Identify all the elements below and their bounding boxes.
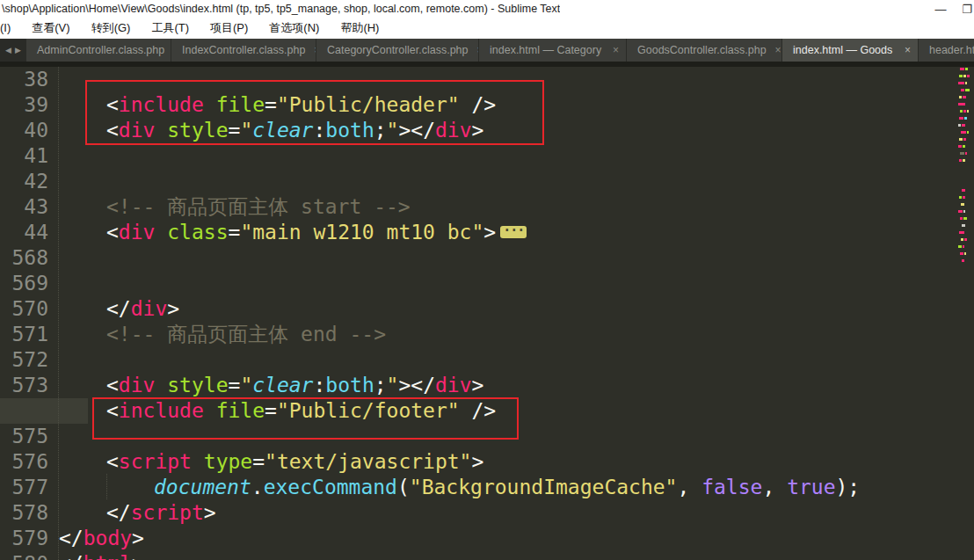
tab-scroll-right-icon[interactable]: ▶ bbox=[15, 46, 21, 55]
menu-item-3[interactable]: 工具(T) bbox=[141, 20, 200, 36]
menu-item-2[interactable]: 转到(G) bbox=[81, 20, 142, 36]
code-line-43: 43<!-- 商品页面主体 start --> bbox=[0, 194, 974, 220]
line-number: 40 bbox=[0, 118, 48, 143]
code-fold-marker[interactable]: ··· bbox=[500, 226, 527, 238]
tab-indexcontroller-class-php[interactable]: IndexController.class.php× bbox=[171, 39, 316, 62]
minimap-row bbox=[959, 75, 970, 77]
code-text: </div> bbox=[48, 296, 179, 322]
tab-admincontroller-class-php[interactable]: AdminController.class.php× bbox=[26, 39, 171, 62]
minimap-row bbox=[959, 117, 967, 120]
minimap-row bbox=[962, 189, 965, 192]
code-line-572: 572 bbox=[0, 347, 974, 373]
line-number: 570 bbox=[0, 296, 48, 322]
code-line-38: 38 bbox=[0, 67, 974, 92]
line-number: 42 bbox=[0, 169, 48, 194]
tab-label: AdminController.class.php bbox=[37, 44, 164, 56]
code-line-44: 44<div class="main w1210 mt10 bc">··· bbox=[0, 220, 974, 245]
minimap-row bbox=[960, 68, 968, 70]
tab-label: header.ht bbox=[929, 44, 974, 56]
tab-categorycontroller-class-php[interactable]: CategoryController.class.php× bbox=[316, 39, 479, 62]
code-text: document.execCommand("BackgroundImageCac… bbox=[48, 475, 860, 500]
code-line-570: 570</div> bbox=[0, 296, 974, 322]
menu-item-4[interactable]: 项目(P) bbox=[200, 20, 258, 36]
tab-header-ht[interactable]: header.ht bbox=[919, 39, 974, 62]
close-icon[interactable]: × bbox=[905, 44, 911, 56]
line-number: 38 bbox=[0, 67, 48, 92]
minimap-row bbox=[959, 138, 966, 141]
line-number: 41 bbox=[0, 143, 48, 169]
close-icon[interactable]: × bbox=[775, 44, 781, 56]
tab-label: GoodsController.class.php bbox=[637, 44, 767, 56]
minimap-row bbox=[960, 252, 966, 255]
code-line-39: 39<include file="Public/header" /> bbox=[0, 92, 974, 118]
minimap-row bbox=[961, 238, 967, 241]
code-text: <include file="Public/header" /> bbox=[48, 92, 496, 118]
tab-index-html-goods[interactable]: index.html — Goods× bbox=[782, 39, 919, 62]
code-text: </script> bbox=[48, 500, 216, 526]
line-number: 573 bbox=[0, 373, 48, 398]
code-text: </body> bbox=[48, 526, 144, 551]
menubar: 找(I)查看(V)转到(G)工具(T)项目(P)首选项(N)帮助(H) bbox=[0, 18, 974, 39]
code-text: <div style="clear:both;"></div> bbox=[48, 373, 483, 398]
minimap-row bbox=[958, 103, 965, 105]
line-number: 572 bbox=[0, 347, 48, 373]
tab-label: index.html — Category bbox=[490, 44, 601, 56]
code-line-42: 42 bbox=[0, 169, 974, 194]
minimap-row bbox=[961, 89, 970, 91]
minimap-row bbox=[961, 131, 969, 134]
code-line-575: 575 bbox=[0, 424, 974, 449]
line-number: 43 bbox=[0, 194, 48, 220]
minimap[interactable] bbox=[956, 67, 974, 560]
code-line-578: 578</script> bbox=[0, 500, 974, 526]
tab-index-html-category[interactable]: index.html — Category× bbox=[479, 39, 627, 62]
code-text: <div style="clear:both;"></div> bbox=[48, 118, 483, 143]
minimap-row bbox=[960, 217, 967, 220]
indent-guide bbox=[58, 67, 59, 560]
minimap-row bbox=[958, 245, 964, 248]
maximize-button[interactable]: ❐ bbox=[960, 3, 974, 16]
tab-label: IndexController.class.php bbox=[182, 44, 305, 56]
minimap-row bbox=[961, 203, 964, 206]
code-line-579: 579</body> bbox=[0, 526, 974, 551]
minimap-row bbox=[958, 82, 967, 84]
code-line-41: 41 bbox=[0, 143, 974, 169]
menu-item-5[interactable]: 首选项(N) bbox=[258, 20, 330, 36]
code-line-573: 573<div style="clear:both;"></div> bbox=[0, 373, 974, 398]
line-number: 569 bbox=[0, 271, 48, 296]
minimap-row bbox=[959, 159, 965, 162]
menu-item-0[interactable]: 找(I) bbox=[0, 20, 21, 36]
line-number: 44 bbox=[0, 220, 48, 245]
close-icon[interactable]: × bbox=[613, 44, 619, 56]
window-title: \shop\Application\Home\View\Goods\index.… bbox=[0, 3, 560, 15]
minimize-button[interactable]: — bbox=[921, 3, 960, 16]
code-line-574: 574<include file="Public/footer" /> bbox=[0, 398, 974, 424]
tab-scroll-left-icon[interactable]: ◀ bbox=[5, 46, 11, 55]
indent-guide bbox=[106, 474, 107, 499]
tab-goodscontroller-class-php[interactable]: GoodsController.class.php× bbox=[627, 39, 782, 62]
window-controls: — ❐ bbox=[921, 0, 974, 18]
code-text: <div class="main w1210 mt10 bc">··· bbox=[48, 220, 527, 245]
line-number: 577 bbox=[0, 475, 48, 500]
line-number: 578 bbox=[0, 500, 48, 526]
minimap-row bbox=[960, 110, 969, 113]
code-editor[interactable]: 3839<include file="Public/header" />40<d… bbox=[0, 67, 974, 560]
code-line-569: 569 bbox=[0, 271, 974, 296]
current-line-gutter-highlight bbox=[0, 398, 88, 424]
code-line-580: 580</html> bbox=[0, 551, 974, 560]
minimap-row bbox=[962, 259, 964, 262]
code-line-577: 577document.execCommand("BackgroundImage… bbox=[0, 475, 974, 500]
code-line-40: 40<div style="clear:both;"></div> bbox=[0, 118, 974, 143]
code-text: <!-- 商品页面主体 end --> bbox=[48, 322, 386, 347]
tab-label: CategoryController.class.php bbox=[327, 44, 469, 56]
titlebar: \shop\Application\Home\View\Goods\index.… bbox=[0, 0, 974, 18]
line-number: 576 bbox=[0, 449, 48, 475]
minimap-row bbox=[962, 224, 965, 227]
line-number: 575 bbox=[0, 424, 48, 449]
tabbar: ◀ ▶ AdminController.class.php×IndexContr… bbox=[0, 39, 974, 62]
code-line-571: 571<!-- 商品页面主体 end --> bbox=[0, 322, 974, 347]
code-text: <script type="text/javascript"> bbox=[48, 449, 483, 475]
menu-item-6[interactable]: 帮助(H) bbox=[330, 20, 389, 36]
line-number: 568 bbox=[0, 245, 48, 271]
menu-item-1[interactable]: 查看(V) bbox=[21, 20, 80, 36]
code-line-568: 568 bbox=[0, 245, 974, 271]
